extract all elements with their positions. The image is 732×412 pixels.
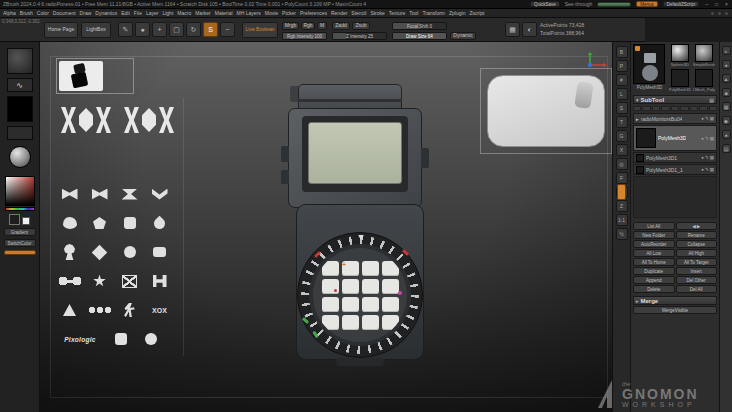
menu-render[interactable]: Render bbox=[331, 10, 347, 16]
menu-dynamics[interactable]: Dynamics bbox=[95, 10, 117, 16]
solo-icon[interactable]: ◎ bbox=[616, 158, 628, 170]
tray-brush-icon[interactable]: ● bbox=[722, 60, 731, 69]
rgb-intensity-slider[interactable]: Rgb Intensity 100 bbox=[282, 32, 327, 40]
actual-size-icon[interactable]: 1:1 bbox=[616, 214, 628, 226]
alpha-thumbnail-keyhole[interactable] bbox=[56, 240, 83, 264]
merge-header[interactable]: ▸ Merge bbox=[633, 296, 717, 305]
lightbox-button[interactable]: LightBox bbox=[81, 22, 111, 38]
transparency-icon[interactable]: T bbox=[616, 116, 628, 128]
subtool-quick-slot[interactable] bbox=[633, 106, 641, 111]
tool-thumbnail-lmesh-polyme[interactable] bbox=[695, 69, 713, 87]
keypad-key[interactable] bbox=[362, 261, 379, 276]
draw-icon[interactable]: ● bbox=[135, 22, 150, 37]
alpha-thumbnail-roundsq2[interactable] bbox=[146, 240, 173, 264]
subtool-button-del-other[interactable]: Del Other bbox=[676, 276, 718, 284]
tool-thumbnail-simplebrush[interactable] bbox=[695, 44, 713, 62]
subtool-item-polymesh3d1[interactable]: PolyMesh3D1●✎▦ bbox=[633, 152, 717, 163]
rgb-button[interactable]: Rgb bbox=[301, 22, 315, 30]
subtool-button-duplicate[interactable]: Duplicate bbox=[633, 267, 675, 275]
alpha-thumbnail-runner[interactable] bbox=[116, 298, 143, 322]
polypaint-icon[interactable]: ✎ bbox=[705, 136, 709, 141]
tray-texture-icon[interactable]: ▦ bbox=[722, 102, 731, 111]
move-icon[interactable]: + bbox=[152, 22, 167, 37]
maximize-icon[interactable]: □ bbox=[714, 1, 719, 7]
merge-visible-button[interactable]: MergeVisible bbox=[633, 306, 717, 314]
z-intensity-slider[interactable]: Z Intensity 25 bbox=[332, 32, 387, 40]
alpha-thumbnail-circle[interactable] bbox=[137, 327, 164, 351]
menu-layer[interactable]: Layer bbox=[146, 10, 159, 16]
subtool-header[interactable]: ▾ SubTool ▤ bbox=[633, 95, 717, 104]
alpha-thumbnail-hbar[interactable] bbox=[146, 269, 173, 293]
home-page-button[interactable]: Home Page bbox=[44, 22, 78, 38]
keypad-key[interactable] bbox=[382, 279, 399, 294]
main-color-swatch[interactable] bbox=[9, 214, 20, 225]
menu-stencil[interactable]: Stencil bbox=[351, 10, 366, 16]
subtool-button-new-folder[interactable]: New Folder bbox=[633, 231, 675, 239]
aa-half-icon[interactable]: ½ bbox=[616, 228, 628, 240]
focal-shift-slider[interactable]: Focal Shift 0 bbox=[392, 22, 447, 30]
alpha-thumbnail-xbox[interactable] bbox=[116, 269, 143, 293]
tray-stroke-icon[interactable]: ▲ bbox=[722, 74, 731, 83]
subtool-item-polymesh3d[interactable]: PolyMesh3D●✎▦ bbox=[633, 125, 717, 151]
local-transform-icon[interactable]: L bbox=[616, 88, 628, 100]
alpha-thumbnail-triangle[interactable] bbox=[56, 298, 83, 322]
polypaint-icon[interactable]: ✎ bbox=[705, 155, 709, 160]
alpha-thumbnail-ribbon[interactable] bbox=[116, 182, 143, 206]
subtool-button-autoreorder[interactable]: AutoReorder bbox=[633, 240, 675, 248]
menu-zplugin[interactable]: Zplugin bbox=[449, 10, 465, 16]
subtool-button-del-all[interactable]: Del All bbox=[676, 285, 718, 293]
zsub-button[interactable]: Zsub bbox=[352, 22, 370, 30]
menu-texture[interactable]: Texture bbox=[389, 10, 405, 16]
uv-icon[interactable]: ▦ bbox=[710, 167, 714, 172]
default-zscript-button[interactable]: DefaultZScript bbox=[663, 1, 700, 7]
close-icon[interactable]: × bbox=[724, 1, 729, 7]
keypad-key[interactable] bbox=[362, 279, 379, 294]
keypad-key[interactable] bbox=[362, 297, 379, 312]
subtool-quick-slot[interactable] bbox=[652, 106, 660, 111]
see-through-slider[interactable] bbox=[597, 2, 631, 7]
alpha-thumbnail-pentagon[interactable] bbox=[86, 211, 113, 235]
menu-file[interactable]: File bbox=[134, 10, 142, 16]
alpha-thumbnail-blob[interactable] bbox=[56, 211, 83, 235]
polypaint-icon[interactable]: ✎ bbox=[705, 167, 709, 172]
menu-mh-layers[interactable]: MH Layers bbox=[237, 10, 261, 16]
menu-zscript[interactable]: Zscript bbox=[469, 10, 484, 16]
subtool-button-all-low[interactable]: All Low bbox=[633, 249, 675, 257]
alpha-thumbnail-xoxsmall[interactable]: XOX bbox=[146, 298, 173, 322]
tray-divider-handle[interactable] bbox=[617, 184, 626, 200]
menu-color[interactable]: Color bbox=[37, 10, 49, 16]
menu-transform[interactable]: Transform bbox=[422, 10, 445, 16]
home-icon[interactable] bbox=[717, 11, 722, 16]
alpha-thumbnail-chain[interactable] bbox=[86, 298, 113, 322]
subtool-quick-slot[interactable] bbox=[642, 106, 650, 111]
subtool-item-polymesh3d1-1[interactable]: PolyMesh3D1_1●✎▦ bbox=[633, 164, 717, 175]
current-material-thumbnail[interactable] bbox=[9, 146, 31, 168]
alpha-thumbnail-roundsq[interactable] bbox=[107, 327, 134, 351]
frame-icon[interactable]: F bbox=[616, 172, 628, 184]
current-tool-thumbnail[interactable] bbox=[633, 44, 665, 84]
subtool-button-all-to-target[interactable]: All To Target bbox=[676, 258, 718, 266]
zoom-doc-icon[interactable]: Z bbox=[616, 200, 628, 212]
alpha-thumbnail-pixologic[interactable]: Pixologic bbox=[56, 327, 104, 351]
list-icon[interactable]: ▤ bbox=[709, 97, 714, 103]
keypad-key[interactable] bbox=[342, 315, 359, 330]
alpha-thumbnail-logo[interactable] bbox=[119, 98, 179, 142]
live-boolean-button[interactable]: Live Boolean bbox=[242, 22, 278, 38]
subtool-quick-slot[interactable] bbox=[680, 106, 688, 111]
keypad-key[interactable] bbox=[342, 279, 359, 294]
keypad-key[interactable] bbox=[382, 297, 399, 312]
quickpick-thumbnail[interactable] bbox=[59, 61, 103, 91]
subtool-button-all-to-home[interactable]: All To Home bbox=[633, 258, 675, 266]
quicksave-button[interactable]: QuickSave bbox=[530, 1, 560, 7]
draw-size-slider[interactable]: Draw Size 64 bbox=[392, 32, 447, 40]
symmetry-icon[interactable]: S bbox=[616, 102, 628, 114]
uv-icon[interactable]: ▦ bbox=[710, 116, 714, 121]
edit-icon[interactable]: ✎ bbox=[118, 22, 133, 37]
ghost-icon[interactable]: G bbox=[616, 130, 628, 142]
spotlight-icon[interactable]: ◐ bbox=[522, 22, 537, 37]
menu-edit[interactable]: Edit bbox=[121, 10, 130, 16]
alpha-thumbnail-logo[interactable] bbox=[56, 98, 116, 142]
subtool-item-radiomonitorsbu04[interactable]: ▸radioMonitorsBu04●✎▦ bbox=[633, 113, 717, 124]
dynamic-button[interactable]: Dynamic bbox=[450, 32, 476, 40]
subtool-button-insert[interactable]: Insert bbox=[676, 267, 718, 275]
